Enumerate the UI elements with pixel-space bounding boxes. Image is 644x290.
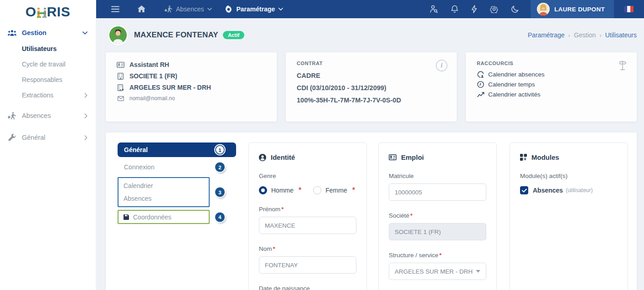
- nom-label: Nom*: [259, 245, 356, 252]
- calendars-group-outline: Calendrier Absences: [118, 177, 210, 207]
- email-line: nomail@nomail.no: [117, 95, 266, 102]
- sidebar-item-gestion[interactable]: Gestion: [0, 25, 96, 41]
- chevron-right-icon: [84, 135, 88, 140]
- chart-line-icon: [477, 92, 484, 97]
- building-icon: [117, 73, 124, 80]
- breadcrumb-gestion[interactable]: Gestion: [574, 31, 596, 39]
- step-badge-3: 3: [215, 188, 225, 197]
- radio-homme[interactable]: [259, 186, 267, 194]
- top-navbar: Absences Paramétrage: [96, 0, 644, 18]
- coordonnees-group-outline: Coordonnées: [118, 210, 210, 224]
- company-line: SOCIETE 1 (FR): [117, 72, 266, 80]
- radio-option-femme[interactable]: Femme*: [313, 186, 355, 194]
- step-badge-4: 4: [215, 212, 225, 222]
- breadcrumb-separator: ›: [568, 32, 570, 39]
- service-line: ARGELES SUR MER - DRH: [117, 84, 266, 91]
- tab-coordonnees[interactable]: Coordonnées: [118, 211, 209, 223]
- structure-service-select[interactable]: ARGELES SUR MER - DRH: [389, 263, 486, 280]
- structure-service-label: Structure / service*: [389, 252, 486, 259]
- page-title: MAXENCE FONTENAY: [134, 31, 218, 40]
- matricule-input[interactable]: [389, 183, 486, 201]
- gear-icon: [225, 5, 232, 13]
- modules-actifs-label: Module(s) actif(s): [520, 173, 618, 179]
- status-badge: Actif: [223, 31, 245, 39]
- radio-femme[interactable]: [313, 186, 321, 194]
- logo-h-glyph: [37, 7, 46, 18]
- logo-text-right: RIS: [47, 4, 71, 20]
- sidebar-item-absences[interactable]: Absences: [0, 107, 96, 124]
- wrench-icon: [6, 134, 17, 142]
- user-name: LAURE DUPONT: [554, 6, 605, 13]
- logo-text-left: O: [26, 4, 36, 20]
- matricule-label: Matricule: [389, 173, 486, 179]
- hamburger-menu-icon[interactable]: [111, 6, 119, 12]
- id-card-icon: [117, 62, 124, 68]
- absences-checkbox[interactable]: [520, 186, 528, 194]
- gear-icon[interactable]: [490, 5, 498, 13]
- shortcut-calendrier-absences[interactable]: Calendrier absences: [477, 70, 626, 80]
- job-title-line: Assistant RH: [117, 61, 266, 68]
- bell-icon[interactable]: [451, 5, 459, 13]
- envelope-icon: [117, 96, 124, 101]
- moon-icon[interactable]: [511, 5, 519, 13]
- sidebar-item-extractions[interactable]: Extractions: [0, 87, 96, 103]
- grid-modules-icon: [520, 154, 527, 161]
- page-header: MAXENCE FONTENAY Actif Paramétrage › Ges…: [109, 26, 637, 44]
- contract-card: CONTRAT CADRE CDI (03/10/2010 - 31/12/20…: [286, 52, 457, 122]
- clock-icon: [477, 81, 484, 88]
- sidebar-item-cycle-de-travail[interactable]: Cycle de travail: [0, 56, 96, 72]
- tab-list: Général 1 Connexion 2 Calendrier Absence…: [118, 142, 236, 224]
- module-absences-row[interactable]: Absences (utilisateur): [520, 186, 618, 194]
- identity-panel-title: Identité: [259, 153, 356, 161]
- breadcrumb-utilisateurs[interactable]: Utilisateurs: [605, 31, 637, 39]
- tab-group-coordonnees: Coordonnées 4: [118, 210, 236, 224]
- signpost-icon: [618, 60, 627, 71]
- chevron-down-icon: [82, 31, 88, 35]
- radio-option-homme[interactable]: Homme*: [259, 186, 301, 194]
- genre-radio-group: Homme* Femme*: [259, 186, 356, 194]
- prenom-label: Prénom*: [259, 206, 356, 213]
- sidebar-item-general[interactable]: Général: [0, 129, 96, 146]
- societe-label: Société*: [389, 212, 486, 219]
- step-badge-1: 1: [215, 145, 225, 155]
- tab-absences[interactable]: Absences: [118, 192, 209, 205]
- navbar-menu-parametrage[interactable]: Paramétrage: [225, 5, 283, 13]
- date-naissance-label: Date de naissance: [259, 285, 356, 290]
- building-marker-icon: [117, 84, 124, 91]
- user-detail-card: Général 1 Connexion 2 Calendrier Absence…: [106, 132, 637, 290]
- person-walking-icon: [6, 112, 17, 120]
- tab-calendrier[interactable]: Calendrier: [118, 179, 209, 192]
- home-icon[interactable]: [138, 5, 145, 13]
- shortcut-calendrier-activites[interactable]: Calendrier activités: [477, 90, 626, 100]
- save-disk-icon: [124, 214, 129, 220]
- contract-card-title: CONTRAT: [297, 61, 446, 66]
- sidebar-item-responsables[interactable]: Responsables: [0, 72, 96, 87]
- lightning-bolt-icon[interactable]: [471, 5, 477, 13]
- tab-group-calendars: Calendrier Absences 3: [118, 177, 236, 207]
- french-flag-icon[interactable]: [624, 6, 634, 12]
- genre-label: Genre: [259, 173, 356, 179]
- societe-input: [389, 223, 486, 240]
- info-icon[interactable]: i: [436, 60, 448, 71]
- prenom-input[interactable]: [259, 217, 356, 234]
- user-search-icon[interactable]: [430, 5, 438, 13]
- breadcrumb-parametrage[interactable]: Paramétrage: [528, 31, 565, 39]
- info-cards-row: Assistant RH SOCIETE 1 (FR) ARGELES SUR …: [106, 52, 637, 122]
- contract-dates: CDI (03/10/2010 - 31/12/2099): [297, 82, 446, 94]
- calendar-person-icon: [477, 71, 484, 78]
- shortcut-calendrier-temps[interactable]: Calendrier temps: [477, 80, 626, 90]
- chevron-down-icon: [278, 8, 283, 10]
- sidebar-item-utilisateurs[interactable]: Utilisateurs: [0, 41, 96, 56]
- person-circle-icon: [259, 154, 266, 161]
- avatar: [537, 3, 550, 15]
- id-card-icon: [389, 154, 397, 160]
- job-panel: Emploi Matricule Société* Structure / se…: [378, 142, 497, 290]
- navbar-menu-absences[interactable]: Absences: [165, 5, 212, 13]
- caret-down-icon: [476, 270, 480, 273]
- user-menu[interactable]: LAURE DUPONT: [531, 0, 614, 18]
- nom-input[interactable]: [259, 256, 356, 274]
- contract-category: CADRE: [297, 70, 446, 82]
- breadcrumb: Paramétrage › Gestion › Utilisateurs: [528, 31, 637, 39]
- shortcuts-card-title: RACCOURCIS: [477, 61, 626, 66]
- ohris-logo[interactable]: ORIS: [0, 0, 96, 24]
